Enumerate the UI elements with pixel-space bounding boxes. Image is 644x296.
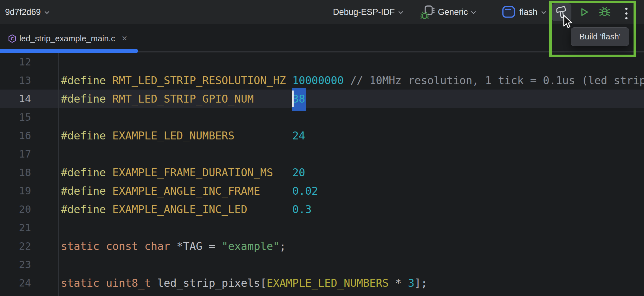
code-token: char (145, 240, 170, 252)
gutter-separator (58, 53, 59, 296)
code-token: const (106, 240, 138, 252)
code-token: *TAG = (170, 240, 222, 252)
line-number[interactable]: 17 (0, 145, 58, 163)
code-text: #define EXAMPLE_ANGLE_INC_FRAME 0.02 (61, 182, 318, 200)
debug-target-label: Generic (438, 7, 468, 17)
code-token: // 10MHz resolution, 1 tick = 0.1us (led… (350, 74, 644, 87)
code-token: static (61, 277, 100, 289)
project-selector[interactable]: 9d7f2d69 (5, 0, 49, 24)
code-line[interactable]: 23 (0, 255, 644, 274)
code-token: ]; (414, 277, 427, 289)
code-editor[interactable]: 1213#define RMT_LED_STRIP_RESOLUTION_HZ … (0, 53, 644, 296)
code-line[interactable]: 13#define RMT_LED_STRIP_RESOLUTION_HZ 10… (0, 71, 644, 90)
code-line[interactable]: 22static const char *TAG = "example"; (0, 237, 644, 255)
run-button[interactable] (578, 6, 590, 18)
chevron-down-icon (44, 11, 49, 14)
code-token: 0.02 (292, 185, 318, 197)
run-config-label: flash (519, 7, 537, 17)
code-text: #define EXAMPLE_ANGLE_INC_LED 0.3 (61, 200, 312, 219)
code-token (273, 166, 292, 179)
code-token: RMT_LED_STRIP_GPIO_NUM (112, 92, 254, 105)
line-number[interactable]: 22 (0, 237, 58, 255)
code-line[interactable]: 24static uint8_t led_strip_pixels[EXAMPL… (0, 274, 644, 292)
code-line[interactable]: 20#define EXAMPLE_ANGLE_INC_LED 0.3 (0, 200, 644, 219)
close-icon[interactable]: ✕ (121, 35, 127, 42)
chevron-down-icon (471, 11, 476, 14)
code-token (138, 240, 144, 252)
line-number[interactable]: 23 (0, 255, 58, 274)
code-token: EXAMPLE_LED_NUMBERS (267, 277, 389, 289)
line-number[interactable]: 16 (0, 126, 58, 145)
code-token (100, 240, 106, 252)
line-number[interactable]: 21 (0, 219, 58, 237)
debug-button[interactable] (598, 5, 611, 19)
play-icon (578, 6, 590, 18)
code-token: "example" (222, 240, 279, 252)
cmake-profile-label: Debug-ESP-IDF (333, 7, 395, 17)
kebab-menu-icon (625, 8, 628, 10)
code-text: #define RMT_LED_STRIP_RESOLUTION_HZ 1000… (61, 71, 644, 90)
main-toolbar: 9d7f2d69 Debug-ESP-IDF Generic flash (0, 0, 644, 24)
debug-target-selector[interactable]: Generic (420, 0, 476, 24)
bug-icon (598, 5, 611, 19)
chevron-down-icon (541, 11, 546, 14)
code-line[interactable]: 18#define EXAMPLE_FRAME_DURATION_MS 20 (0, 163, 644, 182)
code-text: #define RMT_LED_STRIP_GPIO_NUM 38 (61, 90, 305, 108)
code-line[interactable]: 19#define EXAMPLE_ANGLE_INC_FRAME 0.02 (0, 182, 644, 200)
code-token: #define (61, 74, 112, 87)
code-token: #define (61, 185, 112, 197)
code-line[interactable]: 15 (0, 108, 644, 126)
code-token (286, 74, 292, 87)
build-tooltip-text: Build 'flash' (579, 32, 621, 41)
code-text: static const char *TAG = "example"; (61, 237, 286, 255)
line-number[interactable]: 19 (0, 182, 58, 200)
line-number[interactable]: 12 (0, 53, 58, 71)
editor-tab-bar: C led_strip_example_main.c ✕ (0, 24, 644, 53)
code-token (247, 203, 292, 216)
svg-text:C: C (10, 36, 14, 41)
code-token (344, 74, 350, 87)
code-token: static (61, 240, 100, 252)
code-text: static uint8_t led_strip_pixels[EXAMPLE_… (61, 274, 427, 292)
code-token: 3 (408, 277, 414, 289)
project-name: 9d7f2d69 (5, 7, 41, 17)
line-number[interactable]: 18 (0, 163, 58, 182)
code-token: EXAMPLE_FRAME_DURATION_MS (112, 166, 273, 179)
code-token: 20 (292, 166, 305, 179)
c-file-icon: C (8, 34, 16, 43)
cmake-profile-selector[interactable]: Debug-ESP-IDF (333, 0, 403, 24)
line-number[interactable]: 13 (0, 71, 58, 90)
code-token: RMT_LED_STRIP_RESOLUTION_HZ (112, 74, 286, 87)
code-line[interactable]: 14#define RMT_LED_STRIP_GPIO_NUM 38 (0, 90, 644, 108)
code-token (100, 277, 106, 289)
code-token: 24 (292, 129, 305, 142)
code-line[interactable]: 16#define EXAMPLE_LED_NUMBERS 24 (0, 126, 644, 145)
selected-text: 38 (292, 88, 306, 111)
line-number[interactable]: 20 (0, 200, 58, 219)
code-line[interactable]: 21 (0, 219, 644, 237)
code-token: #define (61, 166, 112, 179)
line-number[interactable]: 25 (0, 292, 58, 296)
tab-filename: led_strip_example_main.c (19, 34, 115, 44)
code-text: #define EXAMPLE_LED_NUMBERS 24 (61, 126, 305, 145)
code-token: #define (61, 203, 112, 216)
window-terminal-icon (502, 5, 516, 19)
code-token: led_strip_pixels[ (151, 277, 267, 289)
line-number[interactable]: 15 (0, 108, 58, 126)
code-token: * (389, 277, 408, 289)
tab-led-strip-example-main[interactable]: C led_strip_example_main.c ✕ (0, 24, 127, 53)
active-tab-indicator (0, 49, 138, 53)
line-number[interactable]: 14 (0, 90, 58, 108)
run-config-selector[interactable]: flash (502, 0, 546, 24)
code-token (254, 92, 292, 105)
code-token: #define (61, 92, 112, 105)
code-text: #define EXAMPLE_FRAME_DURATION_MS 20 (61, 163, 305, 182)
line-number[interactable]: 24 (0, 274, 58, 292)
code-line[interactable]: 25 (0, 292, 644, 296)
more-actions-button[interactable] (625, 8, 628, 19)
text-caret (292, 91, 294, 107)
code-token: EXAMPLE_ANGLE_INC_LED (112, 203, 247, 216)
code-line[interactable]: 17 (0, 145, 644, 163)
code-line[interactable]: 12 (0, 53, 644, 71)
build-button[interactable] (552, 3, 571, 21)
